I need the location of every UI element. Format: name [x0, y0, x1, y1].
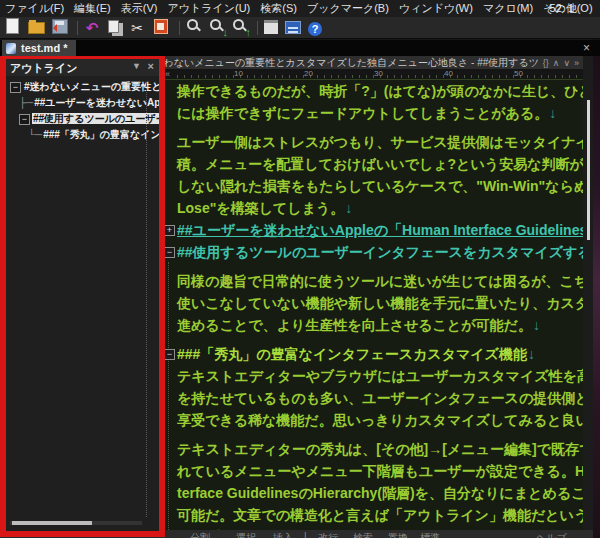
- line-text: ##ユーザーを迷わせないAppleの「Human Interface Guide…: [177, 222, 583, 238]
- breadcrumb-icons: {}∧∨»: [539, 56, 583, 69]
- outline-item-1[interactable]: −#迷わないメニューの重要性とカスタマイ: [6, 79, 159, 95]
- editor-line[interactable]: 享受できる稀な機能だ。思いっきりカスタマイズしてみると良いだろう。↓: [163, 409, 583, 431]
- editor-line[interactable]: terface GuidelinesのHierarchy(階層)を、自分なりにま…: [163, 482, 583, 504]
- line-text: ###「秀丸」の豊富なインタフェースカスタマイズ機能: [177, 346, 527, 362]
- status-fragment-5: 改行: [318, 531, 338, 538]
- outline-scrollbar-vertical[interactable]: [146, 83, 147, 517]
- status-fragment-7: 置換: [388, 531, 408, 538]
- hidemaru-editor-window: ファイル(F)編集(E)表示(V)アウトライン(U)検索(S)ブックマーク(B)…: [0, 0, 600, 538]
- hidemaru-file-icon: [6, 43, 16, 54]
- fold-expand-icon[interactable]: +: [164, 225, 175, 236]
- outline-item-3[interactable]: −##使用するツールのユーザーインタフ: [6, 111, 159, 127]
- editor-line[interactable]: れているメニューやメニュー下階層もユーザーが設定できる。Human In: [163, 460, 583, 482]
- text-area[interactable]: 操作できるものだが、時折「?」(はてな)が頭のなかに生じ、ひどい場合には操作でき…: [163, 80, 583, 530]
- line-break-mark: ↓: [549, 105, 556, 121]
- editor-line[interactable]: ユーザー側はストレスがつもり、サービス提供側はモッタイナイ損失を蓄: [163, 131, 583, 153]
- outline-tree: −#迷わないメニューの重要性とカスタマイ├─##ユーザーを迷わせないAppleの…: [6, 76, 159, 143]
- editor-line[interactable]: 同様の趣旨で日常的に使うツールに迷いが生じては困るが、こちらの方は: [163, 270, 583, 292]
- editor-line[interactable]: しない隠れた損害をもたらしているケースで、"Win-Win"ならぬ"Lose-: [163, 175, 583, 197]
- editor-line[interactable]: 使いこなしていない機能や新しい機能を手元に置いたり、カスタマイズを: [163, 292, 583, 314]
- editor-line[interactable]: Lose"を構築してしまう。↓: [163, 197, 583, 219]
- outline-scrollbar-horizontal[interactable]: [10, 521, 142, 525]
- line-text: れているメニューやメニュー下階層もユーザーが設定できる。Human In: [177, 463, 583, 479]
- search-prev-icon[interactable]: ↑: [232, 18, 248, 34]
- editor-line[interactable]: [163, 431, 583, 438]
- split-window-icon[interactable]: [285, 21, 301, 34]
- outline-panel-header[interactable]: アウトライン ▼ ×: [6, 59, 159, 76]
- menu-item-8[interactable]: マクロ(M): [483, 1, 533, 16]
- paste-icon[interactable]: [154, 19, 168, 34]
- editor-line[interactable]: [163, 124, 583, 131]
- menu-item-4[interactable]: アウトライン(U): [167, 1, 250, 16]
- collapse-box-icon[interactable]: −: [19, 114, 30, 125]
- line-break-mark: ↓: [528, 346, 535, 362]
- copy-icon[interactable]: [108, 20, 119, 33]
- editor-line[interactable]: −###「秀丸」の豊富なインタフェースカスタマイズ機能↓: [163, 343, 583, 365]
- editor-line[interactable]: 操作できるものだが、時折「?」(はてな)が頭のなかに生じ、ひどい場合: [163, 80, 583, 102]
- fold-mark-icon[interactable]: {}: [543, 58, 549, 68]
- collapse-box-icon[interactable]: −: [10, 82, 21, 93]
- menu-item-5[interactable]: 検索(S): [260, 1, 297, 16]
- editor-line[interactable]: には操作できずにフェードアウトしてしまうことがある。↓: [163, 102, 583, 124]
- line-text: 使いこなしていない機能や新しい機能を手元に置いたり、カスタマイズを: [177, 295, 583, 311]
- editor-line[interactable]: 進めることで、より生産性を向上させることが可能だ。↓: [163, 314, 583, 336]
- editor-line[interactable]: テキストエディターの秀丸は、[その他]→[メニュー編集]で既存で表示さ: [163, 438, 583, 460]
- menu-item-2[interactable]: 編集(E): [74, 1, 111, 16]
- ruler-left-mark: «: [165, 69, 170, 79]
- window-edge-strip: [593, 0, 600, 538]
- ruler-number-40: 40: [444, 69, 453, 78]
- tab-test-md[interactable]: test.md *: [2, 40, 76, 56]
- editor-line[interactable]: を持たせているものも多い、ユーザーインタフェースの提供側と使用側を: [163, 387, 583, 409]
- editor-line[interactable]: 積。メニューを配置しておけばいいでしょ?という安易な判断が、表面化: [163, 153, 583, 175]
- fold-collapse-icon[interactable]: −: [164, 247, 175, 258]
- close-icon[interactable]: ×: [583, 40, 590, 56]
- menu-item-6[interactable]: ブックマーク(B): [307, 1, 389, 16]
- editor-line[interactable]: +##ユーザーを迷わせないAppleの「Human Interface Guid…: [163, 219, 583, 241]
- search-next-icon[interactable]: ↓: [209, 18, 225, 34]
- search-icon[interactable]: [186, 18, 202, 34]
- window-icon[interactable]: [264, 20, 278, 34]
- toolbar-separator: [77, 21, 78, 35]
- outline-panel: アウトライン ▼ × −#迷わないメニューの重要性とカスタマイ├─##ユーザーを…: [0, 53, 165, 537]
- outline-scrollbar-thumb[interactable]: [12, 521, 92, 525]
- outline-item-2[interactable]: ├─##ユーザーを迷わせないAppleの「H: [6, 95, 159, 111]
- line-text: テキストエディターやブラウザにはユーザーカスタマイズ性を高める機能: [177, 368, 583, 384]
- editor-line[interactable]: テキストエディターやブラウザにはユーザーカスタマイズ性を高める機能: [163, 365, 583, 387]
- undo-icon[interactable]: ↶: [84, 20, 100, 36]
- open-folder-icon[interactable]: [28, 22, 45, 34]
- next-heading-icon[interactable]: ∨: [563, 58, 570, 68]
- toolbar-separator: [257, 21, 258, 35]
- status-fragment-8: 標準: [420, 531, 440, 538]
- outline-item-4[interactable]: └─###「秀丸」の豊富なインタフェー: [6, 127, 159, 143]
- prev-heading-icon[interactable]: ∧: [553, 58, 560, 68]
- menu-bar: ファイル(F)編集(E)表示(V)アウトライン(U)検索(S)ブックマーク(B)…: [0, 0, 600, 17]
- cut-icon[interactable]: ✂: [129, 20, 145, 36]
- new-file-icon[interactable]: [6, 18, 19, 34]
- status-fragment-9: ヘルプ: [536, 531, 567, 538]
- line-text: ##使用するツールのユーザーインタフェースをカスタマイズする: [177, 244, 583, 260]
- menu-item-3[interactable]: 表示(V): [121, 1, 158, 16]
- fold-collapse-icon[interactable]: −: [164, 349, 175, 360]
- vertical-scrollbar-thumb[interactable]: [587, 100, 590, 240]
- editor-line[interactable]: [163, 336, 583, 343]
- ruler-number-10: 10: [234, 69, 243, 78]
- overflow-icon[interactable]: »: [574, 58, 579, 68]
- menu-item-7[interactable]: ウィンドウ(W): [399, 1, 473, 16]
- save-icon[interactable]: [52, 19, 68, 34]
- outline-item-label: #迷わないメニューの重要性とカスタマイ: [23, 81, 159, 92]
- menu-item-1[interactable]: ファイル(F): [5, 1, 64, 16]
- panel-close-icon[interactable]: ×: [148, 60, 154, 72]
- heading-breadcrumb-bar[interactable]: #迷わないメニューの重要性とカスタマイズした独自メニュー心地良さ - ##使用す…: [148, 56, 583, 69]
- line-text: テキストエディターの秀丸は、[その他]→[メニュー編集]で既存で表示さ: [177, 441, 583, 457]
- line-text: 可能だ。文章での構造化と言えば「アウトライン」機能だということで、: [177, 507, 583, 523]
- tree-branch-icon: ├─: [19, 97, 33, 108]
- help-icon[interactable]: ?: [308, 22, 322, 36]
- line-text: Lose"を構築してしまう。: [177, 200, 344, 216]
- editor-line[interactable]: [163, 263, 583, 270]
- outline-item-label: ##使用するツールのユーザーインタフ: [32, 113, 159, 124]
- panel-collapse-icon[interactable]: ▼: [132, 61, 141, 71]
- editor-line[interactable]: −##使用するツールのユーザーインタフェースをカスタマイズする↓: [163, 241, 583, 263]
- line-text: しない隠れた損害をもたらしているケースで、"Win-Win"ならぬ"Lose-: [177, 178, 583, 194]
- editor-line[interactable]: 可能だ。文章での構造化と言えば「アウトライン」機能だということで、: [163, 504, 583, 526]
- line-text: 積。メニューを配置しておけばいいでしょ?という安易な判断が、表面化: [177, 156, 583, 172]
